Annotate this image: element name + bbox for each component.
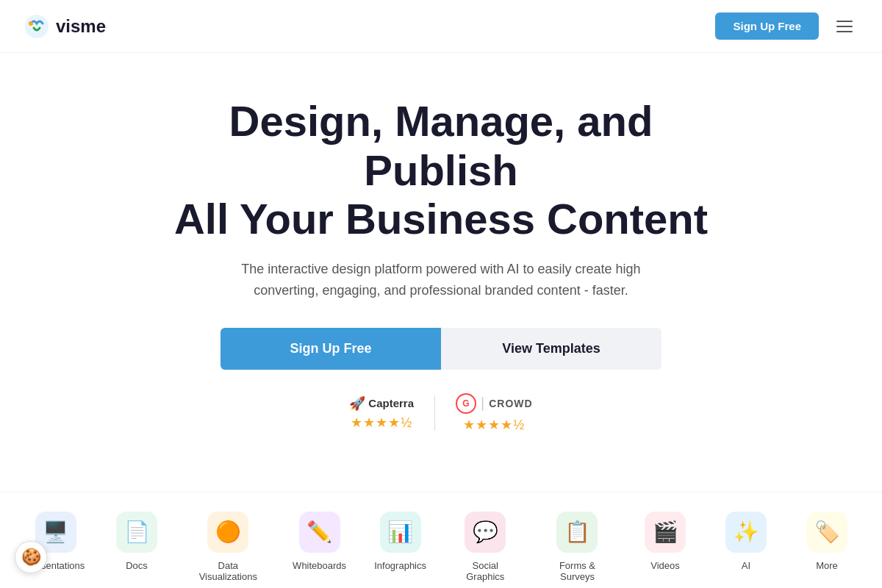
hero-section: Design, Manage, and Publish All Your Bus… xyxy=(0,53,882,492)
hamburger-menu[interactable] xyxy=(831,15,858,38)
logo-icon xyxy=(24,13,50,40)
logo[interactable]: visme xyxy=(24,13,106,40)
category-videos[interactable]: 🎬Videos xyxy=(625,500,706,583)
g2-rating: G | CROWD ★★★★½ xyxy=(435,393,553,433)
g2-crowd-label: CROWD xyxy=(489,398,532,409)
svg-point-0 xyxy=(25,15,49,38)
social-graphics-label: Social Graphics xyxy=(456,560,515,582)
category-ai[interactable]: ✨AI xyxy=(706,500,786,583)
more-icon: 🏷️ xyxy=(806,512,847,553)
ai-label: AI xyxy=(742,560,750,571)
hero-cta-group: Sign Up Free View Templates xyxy=(29,328,853,370)
hero-signup-button[interactable]: Sign Up Free xyxy=(220,328,441,370)
category-forms-surveys[interactable]: 📋Forms & Surveys xyxy=(530,500,625,588)
hero-templates-button[interactable]: View Templates xyxy=(441,328,662,370)
category-whiteboards[interactable]: ✏️Whiteboards xyxy=(279,500,360,583)
videos-label: Videos xyxy=(650,560,680,571)
hero-headline: Design, Manage, and Publish All Your Bus… xyxy=(147,97,735,244)
g2-divider: | xyxy=(481,395,484,412)
capterra-brand: 🚀 Capterra xyxy=(349,395,414,412)
infographics-label: Infographics xyxy=(374,560,426,571)
videos-icon: 🎬 xyxy=(645,512,686,553)
infographics-icon: 📊 xyxy=(380,512,421,553)
forms-surveys-icon: 📋 xyxy=(556,512,598,553)
category-infographics[interactable]: 📊Infographics xyxy=(360,500,441,583)
capterra-icon: 🚀 xyxy=(349,395,365,412)
docs-label: Docs xyxy=(126,560,148,571)
logo-text: visme xyxy=(56,16,106,37)
navbar: visme Sign Up Free xyxy=(0,0,882,53)
whiteboards-label: Whiteboards xyxy=(293,560,346,571)
category-more[interactable]: 🏷️More xyxy=(786,500,867,583)
social-graphics-icon: 💬 xyxy=(465,512,506,553)
hero-headline-line1: Design, Manage, and Publish xyxy=(229,97,653,194)
data-visualizations-icon: 🟠 xyxy=(207,512,248,553)
ratings-group: 🚀 Capterra ★★★★½ G | CROWD ★★★★½ xyxy=(29,393,853,433)
category-data-visualizations[interactable]: 🟠Data Visualizations xyxy=(177,500,279,588)
hamburger-line3 xyxy=(836,31,853,32)
whiteboards-icon: ✏️ xyxy=(299,512,340,553)
g2-brand: G | CROWD xyxy=(456,393,533,414)
hamburger-line2 xyxy=(836,26,853,27)
capterra-stars: ★★★★½ xyxy=(351,415,412,431)
docs-icon: 📄 xyxy=(116,512,157,553)
nav-signup-button[interactable]: Sign Up Free xyxy=(715,12,819,40)
cookie-consent-button[interactable]: 🍪 xyxy=(15,541,47,573)
g2-letter: G xyxy=(462,398,469,409)
capterra-name: Capterra xyxy=(368,397,414,409)
forms-surveys-label: Forms & Surveys xyxy=(545,560,610,582)
category-social-graphics[interactable]: 💬Social Graphics xyxy=(441,500,530,588)
hero-subtext: The interactive design platform powered … xyxy=(213,259,669,301)
capterra-rating: 🚀 Capterra ★★★★½ xyxy=(329,395,435,431)
g2-circle: G xyxy=(456,393,476,414)
more-label: More xyxy=(816,560,838,571)
ai-icon: ✨ xyxy=(725,512,767,553)
cookie-icon: 🍪 xyxy=(21,548,41,567)
svg-point-1 xyxy=(29,21,33,26)
category-bar: 🖥️Presentations📄Docs🟠Data Visualizations… xyxy=(0,492,882,588)
hamburger-line1 xyxy=(836,21,853,22)
category-docs[interactable]: 📄Docs xyxy=(96,500,177,583)
hero-headline-line2: All Your Business Content xyxy=(174,195,708,243)
nav-actions: Sign Up Free xyxy=(715,12,858,40)
data-visualizations-label: Data Visualizations xyxy=(192,560,265,582)
g2-stars: ★★★★½ xyxy=(463,417,525,433)
